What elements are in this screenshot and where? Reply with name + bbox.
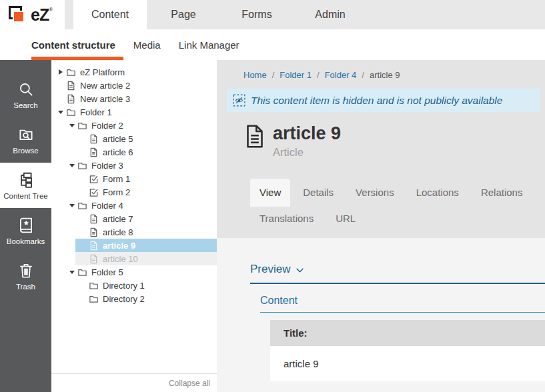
ez-logo-icon <box>9 6 27 24</box>
sidebar-item-search[interactable]: Search <box>0 72 51 117</box>
ez-logo-text: eZ® <box>31 5 53 25</box>
expander-spacer <box>81 279 89 292</box>
tree-item-new-article-2[interactable]: New article 2 <box>53 79 217 92</box>
browse-icon <box>17 126 35 143</box>
tree-item-folder-5[interactable]: Folder 5 <box>64 265 217 279</box>
tree-item-new-article-3[interactable]: New article 3 <box>53 92 217 105</box>
tab-page[interactable]: Page <box>147 0 220 29</box>
tree-item-article-8[interactable]: article 8 <box>75 225 217 239</box>
subnav-media[interactable]: Media <box>133 39 161 51</box>
main-nav-tabs: Content Page Forms Admin <box>73 0 367 29</box>
trash-icon <box>17 262 35 279</box>
left-sidebar: Search Browse Content Tree Bookmarks Tra… <box>0 60 51 392</box>
tree-item-label: Directory 1 <box>103 281 145 291</box>
tree-item-label: Folder 1 <box>80 107 112 117</box>
tree-item-folder-4[interactable]: Folder 4 <box>64 199 217 212</box>
tree-item-article-10-hidden[interactable]: article 10 <box>75 252 217 265</box>
field-name-header: Title: <box>270 320 545 346</box>
tab-translations[interactable]: Translations <box>250 207 323 231</box>
tree-item-folder-3[interactable]: Folder 3 <box>64 159 217 172</box>
tree-item-folder-2[interactable]: Folder 2 <box>64 119 217 132</box>
field-value: article 9 <box>284 358 319 369</box>
form-icon <box>89 174 99 184</box>
collapse-icon[interactable] <box>58 105 66 119</box>
tree-item-label: Folder 2 <box>91 121 123 131</box>
sidebar-item-browse[interactable]: Browse <box>0 117 51 163</box>
notice-text: This content item is hidden and is not p… <box>251 95 502 107</box>
tab-url[interactable]: URL <box>326 207 365 231</box>
tab-locations[interactable]: Locations <box>407 179 468 207</box>
article-icon <box>89 254 99 264</box>
tab-details[interactable]: Details <box>294 179 343 207</box>
expander-spacer <box>81 292 89 305</box>
tree-item-article-9-selected[interactable]: article 9 <box>75 239 217 252</box>
tab-relations[interactable]: Relations <box>472 179 532 207</box>
tab-admin[interactable]: Admin <box>294 0 367 29</box>
content-tree-icon <box>17 171 35 189</box>
tree-item-directory-2[interactable]: Directory 2 <box>75 292 217 305</box>
hidden-eye-icon <box>233 94 245 107</box>
page-title: article 9 <box>273 125 341 143</box>
tree-item-form-1[interactable]: Form 1 <box>75 172 217 185</box>
collapse-icon[interactable] <box>69 199 77 212</box>
content-area: Home / Folder 1 / Folder 4 / article 9 T… <box>217 60 545 392</box>
content-tabs-row-1: View Details Versions Locations Relation… <box>250 179 545 207</box>
subnav-link-manager[interactable]: Link Manager <box>179 39 239 51</box>
content-body: Preview Content Title: article 9 <box>217 263 545 381</box>
ez-logo[interactable]: eZ® <box>0 0 65 29</box>
expander-spacer <box>81 252 89 265</box>
hidden-content-notice: This content item is hidden and is not p… <box>227 89 540 112</box>
tree-item-ez-platform[interactable]: eZ Platform <box>53 65 217 79</box>
tree-item-folder-1[interactable]: Folder 1 <box>53 105 217 119</box>
expander-spacer <box>81 132 89 145</box>
article-icon <box>66 94 76 104</box>
expander-spacer <box>81 239 89 252</box>
sidebar-item-content-tree[interactable]: Content Tree <box>0 163 51 208</box>
folder-icon <box>89 294 99 304</box>
expand-icon[interactable] <box>58 65 66 79</box>
sidebar-item-label: Search <box>13 101 37 109</box>
tab-view[interactable]: View <box>250 179 290 207</box>
tree-item-article-5[interactable]: article 5 <box>75 132 217 145</box>
breadcrumb-home-link[interactable]: Home <box>243 70 267 80</box>
bookmarks-icon <box>17 217 35 234</box>
content-tabs-row-2: Translations URL <box>250 207 545 231</box>
tree-item-form-2[interactable]: Form 2 <box>75 185 217 199</box>
top-bar: eZ® Content Page Forms Admin <box>0 0 545 29</box>
tab-versions[interactable]: Versions <box>346 179 404 207</box>
sidebar-item-label: Content Tree <box>3 192 47 200</box>
tab-forms[interactable]: Forms <box>220 0 294 29</box>
content-title-row: article 9 Article <box>245 125 545 159</box>
sidebar-item-bookmarks[interactable]: Bookmarks <box>0 208 51 253</box>
content-header: Home / Folder 1 / Folder 4 / article 9 T… <box>217 60 545 238</box>
breadcrumb-current-item: article 9 <box>370 70 400 80</box>
subnav-content-structure[interactable]: Content structure <box>31 39 115 51</box>
tree-item-label: Folder 3 <box>91 161 123 171</box>
tree-item-label: Form 1 <box>103 174 130 184</box>
article-icon <box>89 134 99 144</box>
sidebar-item-trash[interactable]: Trash <box>0 253 51 299</box>
collapse-icon[interactable] <box>69 119 77 132</box>
tree-item-article-6[interactable]: article 6 <box>75 145 217 159</box>
preview-section-toggle[interactable]: Preview <box>250 263 545 284</box>
folder-icon <box>77 161 87 171</box>
tree-item-label: article 8 <box>103 227 133 237</box>
tree-item-label: Form 2 <box>103 187 130 197</box>
collapse-icon[interactable] <box>69 265 77 279</box>
tree-item-label: New article 3 <box>80 94 130 104</box>
chevron-down-icon <box>296 268 304 273</box>
tree-item-article-7[interactable]: article 7 <box>75 212 217 225</box>
breadcrumb-folder-1-link[interactable]: Folder 1 <box>280 70 312 80</box>
collapse-all-button[interactable]: Collapse all <box>169 379 210 388</box>
tree-item-label: article 7 <box>103 214 133 224</box>
tab-content[interactable]: Content <box>73 0 147 29</box>
expander-spacer <box>81 172 89 185</box>
tree-footer: Collapse all <box>51 373 217 392</box>
breadcrumb-folder-4-link[interactable]: Folder 4 <box>325 70 357 80</box>
collapse-icon[interactable] <box>69 159 77 172</box>
folder-icon <box>66 107 76 117</box>
breadcrumb-separator: / <box>317 70 320 80</box>
article-icon <box>89 227 99 237</box>
tree-item-directory-1[interactable]: Directory 1 <box>75 279 217 292</box>
folder-icon <box>77 121 87 131</box>
